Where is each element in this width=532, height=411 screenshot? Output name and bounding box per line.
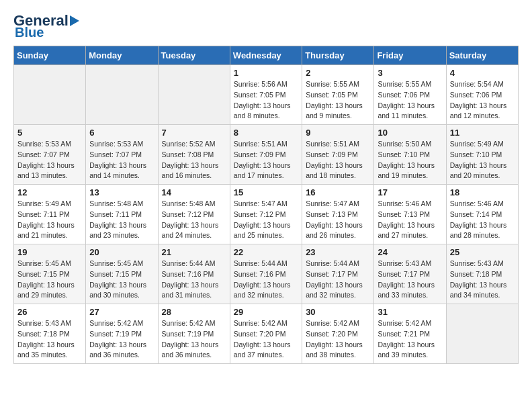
day-info: Sunrise: 5:47 AMSunset: 7:12 PMDaylight:… [234, 199, 298, 241]
header-monday: Monday [86, 46, 158, 65]
calendar-cell [446, 304, 518, 364]
calendar-cell: 16Sunrise: 5:47 AMSunset: 7:13 PMDayligh… [302, 185, 374, 244]
header-wednesday: Wednesday [230, 46, 302, 65]
day-number: 30 [306, 307, 370, 317]
day-number: 18 [450, 187, 515, 197]
calendar-week-row: 5Sunrise: 5:53 AMSunset: 7:07 PMDaylight… [14, 125, 519, 185]
day-info: Sunrise: 5:46 AMSunset: 7:13 PMDaylight:… [378, 199, 442, 241]
day-info: Sunrise: 5:44 AMSunset: 7:16 PMDaylight:… [234, 259, 298, 301]
day-number: 27 [89, 307, 154, 317]
calendar-cell: 31Sunrise: 5:42 AMSunset: 7:21 PMDayligh… [374, 304, 446, 364]
header-thursday: Thursday [302, 46, 374, 65]
day-info: Sunrise: 5:42 AMSunset: 7:20 PMDaylight:… [234, 318, 298, 361]
calendar-week-row: 26Sunrise: 5:43 AMSunset: 7:18 PMDayligh… [14, 304, 519, 364]
day-info: Sunrise: 5:43 AMSunset: 7:17 PMDaylight:… [378, 259, 442, 301]
day-number: 5 [17, 128, 82, 138]
calendar-cell: 1Sunrise: 5:56 AMSunset: 7:05 PMDaylight… [230, 65, 302, 125]
logo-arrow-icon [70, 15, 79, 26]
day-info: Sunrise: 5:49 AMSunset: 7:11 PMDaylight:… [17, 199, 82, 241]
day-info: Sunrise: 5:50 AMSunset: 7:10 PMDaylight:… [378, 139, 442, 181]
calendar-cell: 13Sunrise: 5:48 AMSunset: 7:11 PMDayligh… [86, 185, 158, 244]
day-number: 24 [378, 247, 442, 257]
day-info: Sunrise: 5:51 AMSunset: 7:09 PMDaylight:… [306, 139, 370, 181]
day-number: 22 [234, 247, 298, 257]
day-info: Sunrise: 5:42 AMSunset: 7:19 PMDaylight:… [162, 318, 226, 361]
day-number: 16 [306, 187, 370, 197]
calendar-cell: 23Sunrise: 5:44 AMSunset: 7:17 PMDayligh… [302, 244, 374, 304]
calendar-cell: 24Sunrise: 5:43 AMSunset: 7:17 PMDayligh… [374, 244, 446, 304]
day-number: 15 [234, 187, 298, 197]
day-number: 12 [17, 187, 82, 197]
day-info: Sunrise: 5:42 AMSunset: 7:20 PMDaylight:… [306, 318, 370, 361]
day-number: 2 [306, 68, 370, 78]
calendar-cell: 21Sunrise: 5:44 AMSunset: 7:16 PMDayligh… [158, 244, 230, 304]
day-number: 8 [234, 128, 298, 138]
calendar-cell [158, 65, 230, 125]
calendar-cell: 30Sunrise: 5:42 AMSunset: 7:20 PMDayligh… [302, 304, 374, 364]
day-info: Sunrise: 5:45 AMSunset: 7:15 PMDaylight:… [17, 259, 82, 301]
calendar-header-row: SundayMondayTuesdayWednesdayThursdayFrid… [14, 46, 519, 65]
day-number: 28 [162, 307, 226, 317]
calendar-week-row: 12Sunrise: 5:49 AMSunset: 7:11 PMDayligh… [14, 185, 519, 244]
day-info: Sunrise: 5:43 AMSunset: 7:18 PMDaylight:… [17, 318, 82, 361]
calendar-cell: 22Sunrise: 5:44 AMSunset: 7:16 PMDayligh… [230, 244, 302, 304]
calendar-cell: 5Sunrise: 5:53 AMSunset: 7:07 PMDaylight… [14, 125, 86, 185]
calendar-cell: 15Sunrise: 5:47 AMSunset: 7:12 PMDayligh… [230, 185, 302, 244]
calendar-cell: 9Sunrise: 5:51 AMSunset: 7:09 PMDaylight… [302, 125, 374, 185]
day-number: 13 [89, 187, 154, 197]
day-number: 19 [17, 247, 82, 257]
calendar-week-row: 19Sunrise: 5:45 AMSunset: 7:15 PMDayligh… [14, 244, 519, 304]
logo-blue-text: Blue [13, 26, 44, 39]
day-info: Sunrise: 5:48 AMSunset: 7:12 PMDaylight:… [162, 199, 226, 241]
calendar-cell: 6Sunrise: 5:53 AMSunset: 7:07 PMDaylight… [86, 125, 158, 185]
day-info: Sunrise: 5:49 AMSunset: 7:10 PMDaylight:… [450, 139, 515, 181]
day-info: Sunrise: 5:54 AMSunset: 7:06 PMDaylight:… [450, 79, 515, 122]
day-number: 20 [89, 247, 154, 257]
calendar-cell: 19Sunrise: 5:45 AMSunset: 7:15 PMDayligh… [14, 244, 86, 304]
day-number: 25 [450, 247, 515, 257]
calendar-week-row: 1Sunrise: 5:56 AMSunset: 7:05 PMDaylight… [14, 65, 519, 125]
day-number: 11 [450, 128, 515, 138]
calendar-cell: 10Sunrise: 5:50 AMSunset: 7:10 PMDayligh… [374, 125, 446, 185]
day-number: 10 [378, 128, 442, 138]
day-info: Sunrise: 5:56 AMSunset: 7:05 PMDaylight:… [234, 79, 298, 122]
day-info: Sunrise: 5:55 AMSunset: 7:06 PMDaylight:… [378, 79, 442, 122]
day-number: 14 [162, 187, 226, 197]
day-number: 26 [17, 307, 82, 317]
day-number: 23 [306, 247, 370, 257]
header-sunday: Sunday [14, 46, 86, 65]
day-number: 9 [306, 128, 370, 138]
day-info: Sunrise: 5:53 AMSunset: 7:07 PMDaylight:… [89, 139, 154, 181]
logo: General Blue [13, 13, 79, 39]
day-number: 29 [234, 307, 298, 317]
header-friday: Friday [374, 46, 446, 65]
calendar-cell: 2Sunrise: 5:55 AMSunset: 7:05 PMDaylight… [302, 65, 374, 125]
calendar-cell: 3Sunrise: 5:55 AMSunset: 7:06 PMDaylight… [374, 65, 446, 125]
day-info: Sunrise: 5:44 AMSunset: 7:17 PMDaylight:… [306, 259, 370, 301]
calendar-cell: 8Sunrise: 5:51 AMSunset: 7:09 PMDaylight… [230, 125, 302, 185]
day-number: 31 [378, 307, 442, 317]
calendar-cell: 20Sunrise: 5:45 AMSunset: 7:15 PMDayligh… [86, 244, 158, 304]
day-number: 7 [162, 128, 226, 138]
day-info: Sunrise: 5:52 AMSunset: 7:08 PMDaylight:… [162, 139, 226, 181]
day-number: 4 [450, 68, 515, 78]
day-number: 3 [378, 68, 442, 78]
day-info: Sunrise: 5:45 AMSunset: 7:15 PMDaylight:… [89, 259, 154, 301]
header: General Blue [13, 13, 519, 39]
calendar-cell: 17Sunrise: 5:46 AMSunset: 7:13 PMDayligh… [374, 185, 446, 244]
calendar-cell: 18Sunrise: 5:46 AMSunset: 7:14 PMDayligh… [446, 185, 518, 244]
calendar-cell [14, 65, 86, 125]
calendar-cell: 14Sunrise: 5:48 AMSunset: 7:12 PMDayligh… [158, 185, 230, 244]
calendar-cell: 27Sunrise: 5:42 AMSunset: 7:19 PMDayligh… [86, 304, 158, 364]
day-info: Sunrise: 5:55 AMSunset: 7:05 PMDaylight:… [306, 79, 370, 122]
day-number: 1 [234, 68, 298, 78]
day-number: 6 [89, 128, 154, 138]
calendar-cell: 25Sunrise: 5:43 AMSunset: 7:18 PMDayligh… [446, 244, 518, 304]
calendar-cell: 4Sunrise: 5:54 AMSunset: 7:06 PMDaylight… [446, 65, 518, 125]
day-number: 21 [162, 247, 226, 257]
day-info: Sunrise: 5:43 AMSunset: 7:18 PMDaylight:… [450, 259, 515, 301]
header-saturday: Saturday [446, 46, 518, 65]
calendar-cell: 7Sunrise: 5:52 AMSunset: 7:08 PMDaylight… [158, 125, 230, 185]
day-info: Sunrise: 5:47 AMSunset: 7:13 PMDaylight:… [306, 199, 370, 241]
day-info: Sunrise: 5:48 AMSunset: 7:11 PMDaylight:… [89, 199, 154, 241]
